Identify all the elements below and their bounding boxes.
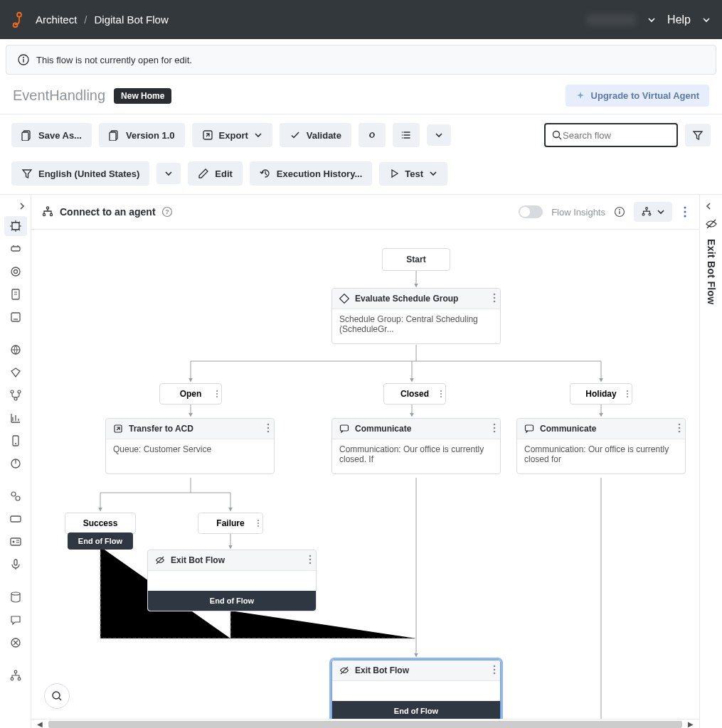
right-rail-label[interactable]: Exit Bot Flow <box>706 239 717 305</box>
link-button[interactable] <box>359 123 386 147</box>
filter-button[interactable] <box>685 124 711 146</box>
info-banner: This flow is not currently open for edit… <box>6 45 716 75</box>
scroll-right-icon[interactable]: ▶ <box>688 720 694 728</box>
save-button[interactable]: Save As... <box>11 123 92 147</box>
rail-branch-icon[interactable] <box>4 385 27 405</box>
svg-point-77 <box>309 555 312 557</box>
user-name-redacted[interactable] <box>586 14 636 26</box>
left-rail-collapse[interactable] <box>0 199 31 213</box>
list-dropdown-button[interactable] <box>427 124 451 146</box>
kebab-icon[interactable] <box>309 555 312 564</box>
rail-plug-icon[interactable] <box>4 239 27 259</box>
language-dropdown-button[interactable] <box>156 163 181 184</box>
pencil-icon <box>198 168 209 179</box>
canvas[interactable]: Start Evaluate Schedule Group Schedule G… <box>31 230 699 719</box>
rail-doc-icon[interactable] <box>4 284 27 304</box>
search-input[interactable] <box>563 130 671 141</box>
rail-id-icon[interactable] <box>4 532 27 552</box>
kebab-icon[interactable] <box>440 390 442 398</box>
breadcrumb-app[interactable]: Architect <box>36 14 77 26</box>
branch-open[interactable]: Open <box>159 383 222 405</box>
help-circle-icon[interactable]: ? <box>161 206 173 218</box>
list-button[interactable] <box>393 123 420 147</box>
right-rail-collapse[interactable] <box>700 199 722 213</box>
validate-button[interactable]: Validate <box>280 123 351 147</box>
kebab-icon[interactable] <box>493 665 496 675</box>
zoom-search-button[interactable] <box>44 683 70 709</box>
new-home-badge: New Home <box>114 88 171 104</box>
help-link[interactable]: Help <box>667 14 691 26</box>
left-rail <box>0 195 31 728</box>
node-start[interactable]: Start <box>382 248 450 271</box>
breadcrumb-flow[interactable]: Digital Bot Flow <box>95 14 169 26</box>
kebab-icon[interactable] <box>257 519 260 528</box>
svg-point-32 <box>14 670 17 673</box>
view-mode-dropdown[interactable] <box>634 202 672 222</box>
kebab-icon[interactable] <box>678 423 681 433</box>
flow-insights-toggle[interactable] <box>519 205 543 218</box>
svg-point-57 <box>440 393 442 395</box>
canvas-kebab-icon[interactable] <box>681 203 689 220</box>
svg-point-19 <box>18 390 21 393</box>
rail-book-icon[interactable] <box>4 307 27 327</box>
node-transfer[interactable]: Transfer to ACD Queue: Customer Service <box>105 418 275 474</box>
branch-closed[interactable]: Closed <box>383 383 446 405</box>
branch-success[interactable]: Success <box>65 513 136 534</box>
node-communicate-holiday[interactable]: Communicate Communication: Our office is… <box>516 418 686 474</box>
upgrade-button[interactable]: Upgrade to Virtual Agent <box>566 85 709 107</box>
scroll-track[interactable] <box>48 721 682 728</box>
scroll-left-icon[interactable]: ◀ <box>37 720 43 728</box>
kebab-icon[interactable] <box>493 423 496 433</box>
rail-globe-icon[interactable] <box>4 340 27 360</box>
export-button[interactable]: Export <box>192 123 272 147</box>
svg-point-33 <box>11 678 14 680</box>
svg-point-37 <box>50 213 52 215</box>
info-icon <box>18 54 29 65</box>
rail-target-icon[interactable] <box>4 262 27 282</box>
horizontal-scrollbar[interactable]: ◀ ▶ <box>31 719 699 728</box>
rail-chat-icon[interactable] <box>4 610 27 630</box>
rail-ticket-icon[interactable] <box>4 509 27 529</box>
search-flow-input-wrap[interactable] <box>544 123 678 147</box>
kebab-icon[interactable] <box>493 293 496 303</box>
svg-rect-42 <box>619 211 620 214</box>
test-button[interactable]: Test <box>379 162 447 186</box>
node-exit-bot-1[interactable]: Exit Bot Flow End of Flow <box>147 550 317 611</box>
branch-failure[interactable]: Failure <box>198 513 263 534</box>
node-communicate-closed[interactable]: Communicate Communication: Our office is… <box>331 418 501 474</box>
svg-rect-11 <box>12 223 19 230</box>
kebab-icon[interactable] <box>216 390 218 398</box>
node-evaluate-title: Evaluate Schedule Group <box>355 294 458 304</box>
chevron-down-icon <box>435 131 443 139</box>
kebab-icon[interactable] <box>267 423 270 433</box>
kebab-icon[interactable] <box>626 390 629 398</box>
rail-diamond-icon[interactable] <box>4 363 27 382</box>
edit-button[interactable]: Edit <box>188 161 243 186</box>
svg-point-44 <box>642 213 644 215</box>
eye-off-icon[interactable] <box>705 218 718 230</box>
message-icon <box>339 424 349 434</box>
save-icon <box>21 129 33 141</box>
rail-gears-icon[interactable] <box>4 486 27 506</box>
end-of-flow-success[interactable]: End of Flow <box>68 532 133 550</box>
branch-holiday-label: Holiday <box>585 389 616 399</box>
edit-label: Edit <box>215 168 233 179</box>
rail-circlex-icon[interactable] <box>4 633 27 653</box>
rail-db-icon[interactable] <box>4 587 27 607</box>
version-button[interactable]: Version 1.0 <box>99 123 185 147</box>
node-exit-bot-2[interactable]: Exit Bot Flow End of Flow <box>331 660 501 719</box>
history-button[interactable]: Execution History... <box>250 161 372 186</box>
user-chevron-icon[interactable] <box>647 16 656 24</box>
branch-holiday[interactable]: Holiday <box>570 383 632 405</box>
info-icon[interactable] <box>614 206 625 218</box>
svg-point-80 <box>494 665 496 668</box>
help-chevron-icon[interactable] <box>702 16 711 24</box>
language-button[interactable]: English (United States) <box>11 161 149 186</box>
rail-ring-icon[interactable] <box>4 454 27 473</box>
node-evaluate[interactable]: Evaluate Schedule Group Schedule Group: … <box>331 288 501 344</box>
rail-chip-icon[interactable] <box>4 216 27 236</box>
rail-mic-icon[interactable] <box>4 555 27 574</box>
rail-chart-icon[interactable] <box>4 408 27 428</box>
rail-device-icon[interactable] <box>4 431 27 451</box>
rail-tree-icon[interactable] <box>4 665 27 685</box>
